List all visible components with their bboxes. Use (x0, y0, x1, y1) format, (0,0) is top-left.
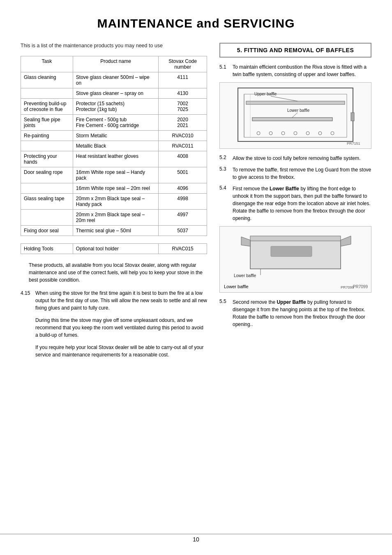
svg-text:PR7151: PR7151 (347, 141, 360, 146)
table-cell-product: 20mm x 2mm Black tape seal – 20m reel (73, 210, 158, 226)
footer-text: These products, all available from you l… (29, 261, 207, 284)
section-415-para2: During this time the stove may give off … (35, 317, 207, 339)
table-cell-task (21, 183, 73, 194)
svg-rect-2 (246, 101, 345, 104)
svg-rect-21 (271, 246, 312, 257)
table-cell-product: 16mm White rope seal – 20m reel (73, 183, 158, 194)
holding-task: Holding Tools (21, 244, 73, 254)
para-5-3-num: 5.3 (219, 166, 231, 181)
table-cell-code: 5001 (159, 167, 207, 183)
svg-text:Upper baffle: Upper baffle (254, 92, 277, 96)
table-cell-task (21, 88, 73, 99)
table-cell-code: 4997 (159, 210, 207, 226)
para-5-1-num: 5.1 (219, 63, 231, 73)
holding-row: Holding Tools Optional tool holder RVAC0… (21, 244, 207, 254)
table-row: 20mm x 2mm Black tape seal – 20m reel499… (21, 210, 207, 226)
diagram-2-label: Lower baffle (224, 284, 249, 289)
svg-point-11 (294, 132, 297, 135)
footer-text-block: These products, all available from you l… (21, 261, 207, 284)
svg-point-14 (331, 132, 334, 135)
svg-point-13 (318, 132, 322, 135)
svg-point-12 (306, 132, 309, 135)
table-row: Glass sealing tape20mm x 2mm Black tape … (21, 194, 207, 210)
para-5-5: 5.5 Second remove the Upper Baffle by pu… (219, 298, 371, 328)
svg-rect-5 (252, 118, 332, 121)
para-5-1-text: To maintain efficient combustion the Riv… (233, 63, 371, 78)
table-cell-task: Sealing flue pipe joints (21, 115, 73, 131)
diagram-lower: Lower baffle PR7099 (220, 227, 371, 292)
svg-line-6 (292, 113, 297, 118)
svg-text:Lower baffle: Lower baffle (287, 108, 310, 113)
table-cell-code: 4998 (159, 194, 207, 210)
table-cell-code: 4111 (159, 72, 207, 88)
holding-table: Holding Tools Optional tool holder RVAC0… (21, 243, 207, 254)
diagram-1: Upper baffle Lower baffle (219, 82, 371, 149)
table-cell-task: Door sealing rope (21, 167, 73, 183)
svg-point-10 (281, 132, 285, 135)
table-row: Re-paintingStorm MetallicRVAC010 (21, 131, 207, 141)
table-cell-product: Stove glass cleaner – spray on (73, 88, 158, 99)
col-header-product: Product name (73, 56, 158, 72)
section-415-para1: When using the stove for the first time … (35, 289, 207, 312)
intro-text: This is a list of the maintenance produc… (21, 43, 207, 49)
page: MAINTENANCE and SERVICING This is a list… (0, 0, 392, 555)
table-cell-code: RVAC011 (159, 141, 207, 151)
svg-text:PR7099: PR7099 (341, 285, 354, 289)
col-header-code: Stovax Code number (159, 56, 207, 72)
table-cell-code: 20202021 (159, 115, 207, 131)
col-header-task: Task (21, 56, 73, 72)
para-5-3: 5.3 To remove the baffle, first remove t… (219, 166, 371, 181)
table-cell-product: 16mm White rope seal – Handy pack (73, 167, 158, 183)
table-cell-code: 4008 (159, 151, 207, 167)
table-cell-task: Preventing build-up of creosote in flue (21, 99, 73, 115)
table-cell-task: Glass cleaning (21, 72, 73, 88)
table-cell-task: Fixing door seal (21, 226, 73, 236)
section-415-para3: If you require help your local Stovax de… (35, 344, 207, 358)
table-cell-code: 5037 (159, 226, 207, 236)
table-cell-product: 20mm x 2mm Black tape seal – Handy pack (73, 194, 158, 210)
svg-line-3 (271, 96, 297, 101)
para-5-3-text: To remove the baffle, first remove the L… (233, 166, 371, 181)
page-title: MAINTENANCE and SERVICING (21, 16, 371, 30)
para-5-2: 5.2 Allow the stove to cool fully before… (219, 155, 371, 162)
table-row: Protecting your handsHeat resistant leat… (21, 151, 207, 167)
table-cell-product: Heat resistant leather gloves (73, 151, 158, 167)
table-cell-product: Stove glass cleaner 500ml – wipe on (73, 72, 158, 88)
maintenance-table: Task Product name Stovax Code number Gla… (21, 56, 207, 236)
table-cell-product: Protector (15 sachets)Protector (1kg tub… (73, 99, 158, 115)
svg-rect-15 (351, 113, 354, 121)
page-number: 10 (0, 536, 392, 543)
para-5-5-num: 5.5 (219, 298, 231, 328)
table-row: Door sealing rope16mm White rope seal – … (21, 167, 207, 183)
right-column: 5. FITTING AND REMOVAL OF BAFFLES 5.1 To… (219, 43, 371, 370)
stove-diagram-1-svg: Upper baffle Lower baffle (230, 84, 361, 148)
section-415-num: 4.15 (21, 289, 35, 312)
para-5-1: 5.1 To maintain efficient combustion the… (219, 63, 371, 78)
table-cell-task (21, 141, 73, 151)
section-415: 4.15 When using the stove for the first … (21, 289, 207, 363)
para-5-4-text: First remove the Lower Baffle by lifting… (233, 185, 371, 222)
table-row: 16mm White rope seal – 20m reel4096 (21, 183, 207, 194)
table-row: Stove glass cleaner – spray on4130 (21, 88, 207, 99)
para-5-5-text: Second remove the Upper Baffle by pullin… (233, 298, 371, 328)
svg-rect-20 (250, 236, 341, 241)
table-row: Fixing door sealThermic seal glue – 50ml… (21, 226, 207, 236)
para-5-2-text: Allow the stove to cool fully before rem… (233, 155, 371, 162)
para-5-4: 5.4 First remove the Lower Baffle by lif… (219, 185, 371, 222)
table-cell-product: Fire Cement - 500g tubFire Cement - 600g… (73, 115, 158, 131)
table-row: Sealing flue pipe jointsFire Cement - 50… (21, 115, 207, 131)
para-5-2-num: 5.2 (219, 155, 231, 162)
table-cell-code: RVAC010 (159, 131, 207, 141)
table-cell-task: Re-painting (21, 131, 73, 141)
para-5-4-num: 5.4 (219, 185, 231, 222)
table-cell-task (21, 210, 73, 226)
diagram-upper: Upper baffle Lower baffle (220, 83, 371, 148)
stove-diagram-2-svg: Lower baffle PR7099 (230, 228, 361, 291)
table-cell-product: Thermic seal glue – 50ml (73, 226, 158, 236)
table-cell-code: 4130 (159, 88, 207, 99)
table-cell-product: Storm Metallic (73, 131, 158, 141)
diagram-2: Lower baffle PR7099 Lower baffle PR7099 (219, 226, 371, 293)
section-header: 5. FITTING AND REMOVAL OF BAFFLES (219, 43, 371, 58)
table-row: Glass cleaningStove glass cleaner 500ml … (21, 72, 207, 88)
diagram-2-pr: PR7099 (353, 284, 368, 289)
